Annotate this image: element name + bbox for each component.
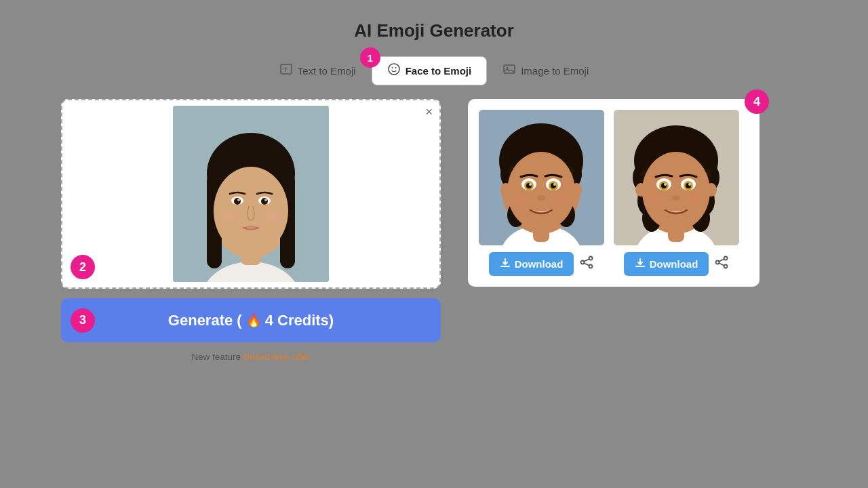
svg-point-89 [706,183,717,197]
result-item-1: Download [479,110,604,276]
svg-point-54 [553,195,566,204]
download-icon-2 [635,258,646,270]
limited-time-offer-link[interactable]: limited time offer [243,352,311,362]
svg-point-88 [635,183,646,197]
emoji-result-1 [479,110,604,245]
share-button-1[interactable] [579,255,594,273]
svg-point-50 [529,183,532,186]
svg-point-56 [571,183,582,197]
svg-point-21 [237,199,240,201]
download-label-1: Download [515,258,564,270]
svg-point-3 [391,67,393,68]
download-button-2[interactable]: Download [624,252,709,276]
image-icon [502,62,516,79]
new-feature-text: New feature limited time offer [191,352,310,362]
result-item-2: Download [614,110,739,276]
svg-point-2 [389,64,399,75]
tab-image-to-emoji[interactable]: Image to Emoji [487,56,604,85]
text-icon: T [279,62,293,79]
svg-point-6 [507,67,509,69]
right-panel: 4 [468,99,760,287]
svg-point-22 [264,199,267,201]
badge-3: 3 [71,308,95,333]
svg-point-24 [265,211,281,220]
download-button-1[interactable]: Download [489,252,574,276]
download-label-2: Download [650,258,698,270]
svg-point-4 [395,67,396,68]
svg-point-16 [214,167,288,255]
page-wrapper: AI Emoji Generator T Text to Emoji 1 Fac… [0,0,868,488]
share-button-2[interactable] [714,255,729,273]
svg-point-85 [672,195,680,201]
tab-face-to-emoji[interactable]: Face to Emoji [372,56,488,85]
svg-point-55 [500,183,511,197]
svg-point-76 [642,152,710,230]
svg-point-52 [537,195,545,201]
svg-point-20 [261,198,268,205]
svg-point-84 [688,183,691,186]
emoji-result-2 [614,110,739,245]
badge-4: 4 [745,89,769,114]
upload-area[interactable]: 2 × [61,99,441,289]
svg-rect-5 [504,65,515,73]
badge-1: 1 [360,47,380,68]
generate-label: Generate ( [168,312,242,329]
page-title: AI Emoji Generator [354,20,514,41]
svg-point-53 [516,195,530,204]
tab-text-to-emoji[interactable]: T Text to Emoji 1 [264,56,372,85]
face-icon [387,62,401,79]
left-panel: 2 × [61,99,441,362]
close-button[interactable]: × [425,106,433,118]
credit-count: 4 Credits) [265,312,334,329]
tab-text-label: Text to Emoji [298,65,356,77]
badge-2: 2 [71,255,95,279]
svg-point-87 [688,195,701,204]
svg-text:T: T [283,66,288,73]
result-actions-2: Download [624,252,730,276]
new-feature-static: New feature [191,352,243,362]
main-content: 2 × [61,99,807,362]
svg-point-43 [507,152,575,230]
uploaded-photo [173,106,329,282]
download-icon-1 [500,258,511,270]
svg-point-19 [234,198,241,205]
svg-point-51 [553,183,556,186]
svg-point-83 [664,183,667,186]
result-actions-1: Download [489,252,595,276]
tab-face-label: Face to Emoji [406,65,472,77]
tabs-row: T Text to Emoji 1 Face to Emoji Image to… [264,56,604,85]
svg-point-23 [220,211,237,220]
svg-point-86 [651,195,665,204]
generate-button[interactable]: 3 Generate ( 🔥 4 Credits) [61,298,441,342]
tab-image-label: Image to Emoji [521,65,589,77]
credit-icon: 🔥 [246,313,261,328]
result-row: Download [479,110,749,276]
